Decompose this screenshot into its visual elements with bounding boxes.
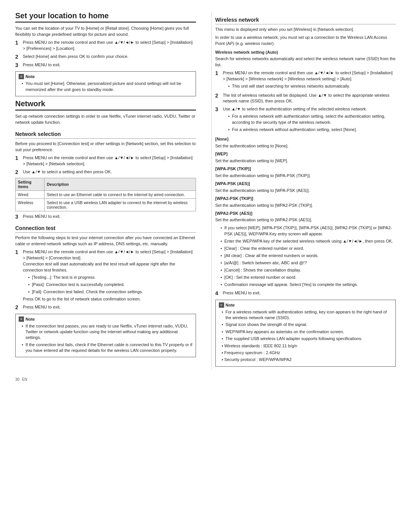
page-number: 30 xyxy=(15,377,19,382)
wireless-network-title: Wireless network xyxy=(215,17,396,24)
step-number: 2 xyxy=(15,304,21,311)
section2-title: Network xyxy=(15,99,196,110)
note-list: If the connection test passes, you are r… xyxy=(19,323,193,354)
auth-desc: Set the authentication setting to [WPA-P… xyxy=(215,173,396,179)
note-label: Note xyxy=(226,303,235,307)
table-row: Wired Select to use an Ethernet cable to… xyxy=(16,190,196,198)
note-label: Note xyxy=(25,317,35,321)
step-item: 3 Press MENU to exit. xyxy=(15,62,196,69)
note-item: - Security protocol : WEP/WPA/WPA2 xyxy=(222,357,393,363)
note-header: ≡ Note xyxy=(19,316,193,322)
step-extra: Press OK to go to the list of network st… xyxy=(23,297,141,301)
note-item: For a wireless network with authenticati… xyxy=(222,309,393,321)
connection-test-steps: 1 Press MENU on the remote control and t… xyxy=(15,249,196,310)
connection-test-title: Connection test xyxy=(15,225,196,233)
step-number: 4 xyxy=(215,290,221,297)
bullet-item: Confirmation message will appear. Select… xyxy=(221,282,396,288)
note-label: Note xyxy=(25,74,35,79)
right-column: Wireless network This menu is displayed … xyxy=(211,11,396,370)
step-item: 1 Press MENU on the remote control and t… xyxy=(15,155,196,167)
auth-desc: Set the authentication setting to [WPA2-… xyxy=(215,203,396,209)
note-item: If the connection test passes, you are r… xyxy=(22,323,193,341)
section1-title: Set your location to home xyxy=(15,11,196,22)
step-bullets: For a wireless network with authenticati… xyxy=(223,113,396,133)
wireless-note: ≡ Note For a wireless network with authe… xyxy=(215,300,396,367)
table-cell-setting: Wired xyxy=(16,190,45,198)
step-item: 2 The list of wireless networks will be … xyxy=(215,93,396,105)
note-item: You must set [Home]. Otherwise, personal… xyxy=(22,81,193,93)
table-header-desc: Description xyxy=(45,178,196,190)
bullet-item: [All clear] : Clear all the entered numb… xyxy=(221,253,396,259)
step-bullets: [Testing...]: The test is in progress. [… xyxy=(23,275,196,295)
step-item: 2 Use ▲/▼ to select a setting and then p… xyxy=(15,169,196,176)
step-item: 1 Press MENU on the remote control and t… xyxy=(15,40,196,52)
connection-test-intro: Perform the following steps to test your… xyxy=(15,235,196,247)
connection-test-note: ≡ Note If the connection test passes, yo… xyxy=(15,314,196,358)
note-item: The supplied USB wireless LAN adapter su… xyxy=(222,336,393,342)
auth-desc: Set the authentication setting to [WEP]. xyxy=(215,158,396,164)
step-text-block: Press MENU on the remote control and the… xyxy=(23,249,196,302)
step-bullets: This unit will start searching for wirel… xyxy=(223,83,396,89)
step-item: 4 Press MENU to exit. xyxy=(215,290,396,297)
wireless-intro2: In order to use a wireless network, you … xyxy=(215,35,396,47)
note-icon: ≡ xyxy=(19,316,24,322)
step-item: 1 Press MENU on the remote control and t… xyxy=(15,249,196,302)
step-text: Select [Home] and then press OK to confi… xyxy=(23,54,196,60)
step-text: Press MENU to exit. xyxy=(23,304,196,311)
auth-label: [WPA2-PSK (TKIP)] xyxy=(215,196,396,202)
step-number: 1 xyxy=(15,40,21,52)
step-item: 2 Select [Home] and then press OK to con… xyxy=(15,54,196,60)
bullet-item: [OK] : Set the entered number or word. xyxy=(221,275,396,281)
wireless-auto-intro: Search for wireless networks automatical… xyxy=(215,56,396,68)
auth-item: [WPA-PSK (AES)] Set the authentication s… xyxy=(215,181,396,194)
section1-steps: 1 Press MENU on the remote control and t… xyxy=(15,40,196,68)
network-selection-intro: Before you proceed to [Connection test] … xyxy=(15,141,196,153)
section2-intro: Set up network connection settings in or… xyxy=(15,113,196,126)
note-item: WEP/WPA key appears as asterisks on the … xyxy=(222,329,393,335)
bullet-item: [Cancel] : Shows the cancellation displa… xyxy=(221,267,396,273)
note-icon: ≡ xyxy=(219,302,224,308)
step-item: 3 Press MENU to exit. xyxy=(15,214,196,220)
step-number: 2 xyxy=(215,93,221,105)
auth-label: [WPA-PSK (AES)] xyxy=(215,181,396,187)
step-text: Press MENU to exit. xyxy=(23,62,196,69)
step-number: 3 xyxy=(15,214,21,220)
step-number: 1 xyxy=(15,249,21,302)
auth-desc: Set the authentication setting to [None]… xyxy=(215,143,396,149)
step4-list: 4 Press MENU to exit. xyxy=(215,290,396,297)
table-cell-desc: Select to use an Ethernet cable to conne… xyxy=(45,190,196,198)
note-item: - Frequency spectrum : 2.4GHz xyxy=(222,350,393,356)
wireless-auto-title: Wireless network setting (Auto) xyxy=(215,50,396,54)
table-cell-desc: Select to use a USB wireless LAN adapter… xyxy=(45,198,196,211)
auth-label: [WPA-PSK (TKIP)] xyxy=(215,166,396,172)
table-cell-setting: Wireless xyxy=(16,198,45,211)
note-icon: ≡ xyxy=(19,74,24,79)
auth-item: [WPA2-PSK (AES)] Set the authentication … xyxy=(215,211,396,224)
note-header: ≡ Note xyxy=(219,302,393,308)
step-sub: Connection test will start automatically… xyxy=(23,262,175,272)
bullet-item: Enter the WEP/WPA key of the selected wi… xyxy=(221,238,396,244)
step-number: 1 xyxy=(15,155,21,167)
step-item: 2 Press MENU to exit. xyxy=(15,304,196,311)
bullet-item: [Testing...]: The test is in progress. xyxy=(28,275,196,281)
step-number: 3 xyxy=(15,62,21,69)
note-header: ≡ Note xyxy=(19,74,193,79)
step-number: 2 xyxy=(15,54,21,60)
auth-item: [WEP] Set the authentication setting to … xyxy=(215,151,396,164)
auth-desc: Set the authentication setting to [WPA2-… xyxy=(215,217,396,223)
auth-item: [None] Set the authentication setting to… xyxy=(215,136,396,149)
auth-label: [WEP] xyxy=(215,151,396,157)
table-header-setting: Setting items xyxy=(16,178,45,190)
section1-intro: You can set the location of your TV to [… xyxy=(15,26,196,38)
step-text: Press MENU on the remote control and the… xyxy=(23,40,196,52)
step-item: 1 Press MENU on the remote control and t… xyxy=(215,70,396,91)
bullet-item: This unit will start searching for wirel… xyxy=(228,83,396,89)
section1-note: ≡ Note You must set [Home]. Otherwise, p… xyxy=(15,71,196,96)
step-text: Press MENU on the remote control and the… xyxy=(23,155,196,167)
network-selection-title: Network selection xyxy=(15,131,196,139)
auth-item: [WPA-PSK (TKIP)] Set the authentication … xyxy=(215,166,396,179)
note-list: You must set [Home]. Otherwise, personal… xyxy=(19,81,193,93)
step-text: Use ▲/▼ to select a setting and then pre… xyxy=(23,169,196,176)
bullet-item: [Clear] : Clear the entered number or wo… xyxy=(221,246,396,252)
bullet-item: For a wireless network without authentic… xyxy=(228,127,396,133)
